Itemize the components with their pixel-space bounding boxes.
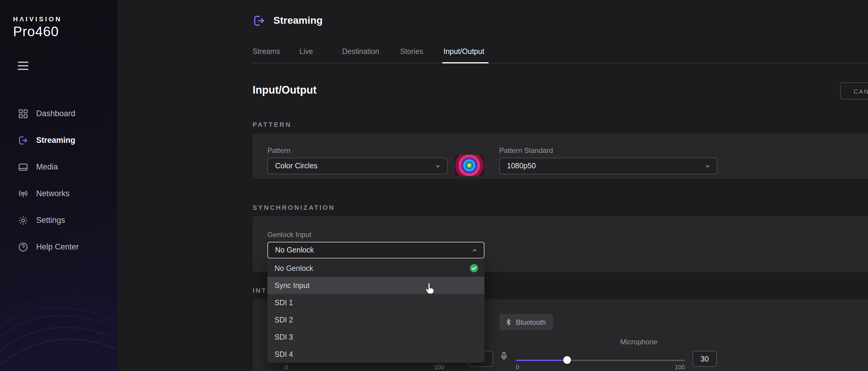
sidebar-item-streaming[interactable]: Streaming bbox=[0, 127, 117, 154]
pattern-panel: Pattern Color Circles Pattern Standard 1… bbox=[253, 133, 868, 179]
streaming-header-icon bbox=[253, 14, 266, 27]
selected-check-icon bbox=[470, 264, 478, 273]
bluetooth-icon bbox=[504, 318, 512, 326]
menu-item-label: SDI 3 bbox=[275, 333, 293, 341]
sync-section-heading: SYNCHRONIZATION bbox=[253, 204, 335, 211]
bluetooth-button[interactable]: Bluetooth bbox=[499, 314, 553, 330]
sidebar: HΛIVISION Pro460 Dashboard Streaming bbox=[0, 0, 117, 371]
microphone-label: Microphone bbox=[620, 338, 657, 346]
streaming-icon bbox=[18, 135, 28, 146]
tabs-divider bbox=[253, 63, 868, 63]
media-icon bbox=[18, 161, 28, 172]
tab-destination[interactable]: Destination bbox=[342, 48, 379, 56]
menu-item-sdi-2[interactable]: SDI 2 bbox=[268, 311, 485, 328]
networks-icon bbox=[18, 188, 28, 199]
active-tab-underline bbox=[442, 62, 489, 63]
pattern-select-value: Color Circles bbox=[275, 162, 317, 170]
microphone-icon bbox=[499, 351, 509, 362]
sidebar-item-label: Networks bbox=[36, 189, 70, 198]
main-content: Streaming Streams Live Destination Stori… bbox=[117, 0, 868, 371]
sidebar-nav: Dashboard Streaming Media bbox=[0, 100, 117, 260]
menu-item-sdi-1[interactable]: SDI 1 bbox=[268, 294, 485, 311]
brand-name: HΛIVISION bbox=[13, 16, 62, 23]
genlock-select-value: No Genlock bbox=[275, 246, 314, 254]
tab-live[interactable]: Live bbox=[300, 48, 313, 56]
genlock-input-label: Genlock Input bbox=[268, 230, 311, 239]
microphone-value-box[interactable]: 30 bbox=[692, 351, 717, 367]
help-icon bbox=[18, 242, 28, 252]
menu-item-sdi-3[interactable]: SDI 3 bbox=[268, 328, 485, 345]
menu-item-sdi-4[interactable]: SDI 4 bbox=[268, 345, 485, 363]
cancel-button[interactable]: CANCEL bbox=[840, 82, 868, 99]
dashboard-icon bbox=[18, 108, 28, 119]
gear-icon bbox=[18, 215, 28, 225]
app-section-title: Streaming bbox=[273, 15, 322, 27]
mic-max-label: 100 bbox=[669, 364, 685, 370]
brand-logo: HΛIVISION Pro460 bbox=[13, 16, 62, 40]
tab-streams[interactable]: Streams bbox=[253, 48, 280, 56]
pattern-preview-thumbnail bbox=[455, 155, 484, 176]
tab-input-output[interactable]: Input/Output bbox=[443, 48, 485, 56]
chevron-down-icon bbox=[435, 163, 441, 169]
slider-max-label: 100 bbox=[428, 364, 444, 370]
menu-item-label: No Genlock bbox=[275, 264, 313, 272]
pattern-standard-value: 1080p50 bbox=[507, 162, 536, 170]
sidebar-item-help-center[interactable]: Help Center bbox=[0, 234, 117, 260]
slider-min-label: 0 bbox=[285, 364, 288, 370]
tab-stories[interactable]: Stories bbox=[400, 48, 423, 56]
bluetooth-label: Bluetooth bbox=[516, 318, 546, 326]
pattern-standard-label: Pattern Standard bbox=[499, 146, 553, 155]
sidebar-item-dashboard[interactable]: Dashboard bbox=[0, 100, 117, 127]
pattern-section-heading: PATTERN bbox=[253, 121, 291, 128]
menu-item-label: SDI 4 bbox=[275, 350, 293, 358]
pattern-select[interactable]: Color Circles bbox=[268, 158, 447, 174]
brand-model: Pro460 bbox=[13, 24, 62, 40]
sidebar-item-label: Media bbox=[36, 162, 58, 171]
slider-knob[interactable] bbox=[563, 356, 571, 364]
menu-item-no-genlock[interactable]: No Genlock bbox=[268, 259, 485, 277]
mic-min-label: 0 bbox=[516, 364, 519, 370]
pattern-standard-select[interactable]: 1080p50 bbox=[499, 158, 717, 174]
pattern-label: Pattern bbox=[268, 146, 290, 155]
chevron-up-icon bbox=[471, 247, 478, 253]
sidebar-item-label: Streaming bbox=[36, 136, 75, 145]
menu-toggle-icon[interactable] bbox=[18, 62, 28, 72]
sidebar-item-label: Help Center bbox=[36, 242, 79, 251]
menu-item-label: Sync Input bbox=[275, 281, 309, 289]
sidebar-item-media[interactable]: Media bbox=[0, 154, 117, 180]
chevron-down-icon bbox=[704, 163, 711, 169]
sidebar-item-settings[interactable]: Settings bbox=[0, 207, 117, 234]
genlock-dropdown-menu: No Genlock Sync Input SDI 1 SDI 2 SDI 3 … bbox=[268, 259, 485, 363]
sidebar-item-networks[interactable]: Networks bbox=[0, 180, 117, 207]
menu-item-label: SDI 2 bbox=[275, 316, 293, 324]
menu-item-sync-input[interactable]: Sync Input bbox=[268, 277, 485, 294]
slider-fill bbox=[516, 360, 566, 361]
page-header: Streaming bbox=[253, 14, 322, 27]
microphone-slider[interactable] bbox=[516, 356, 685, 365]
sidebar-item-label: Settings bbox=[36, 216, 65, 225]
genlock-input-select[interactable]: No Genlock bbox=[268, 242, 485, 258]
sidebar-item-label: Dashboard bbox=[36, 109, 75, 118]
page-title: Input/Output bbox=[253, 84, 317, 97]
app-root: HΛIVISION Pro460 Dashboard Streaming bbox=[0, 0, 868, 371]
menu-item-label: SDI 1 bbox=[275, 299, 293, 307]
